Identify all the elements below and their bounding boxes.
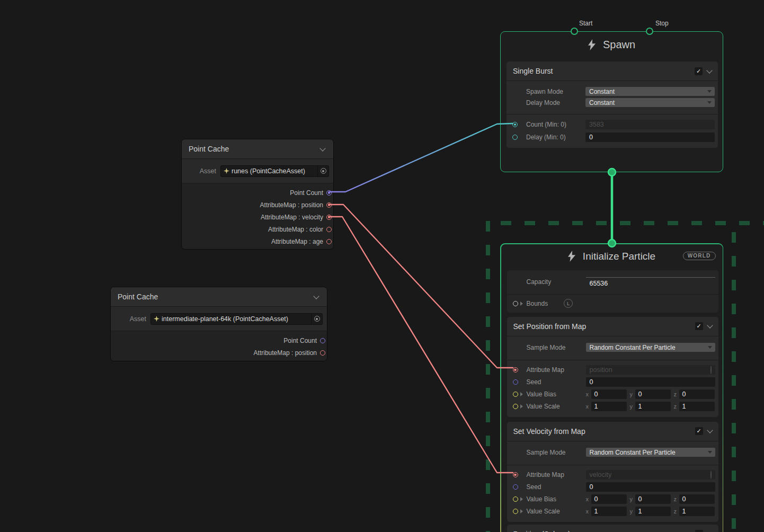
- value-bias-y-field[interactable]: 0: [635, 389, 671, 399]
- chevron-down-icon[interactable]: [706, 67, 712, 73]
- value-scale-input-port[interactable]: [513, 404, 518, 409]
- value-bias-x-field[interactable]: 0: [591, 389, 627, 399]
- value-scale-x-field[interactable]: 1: [591, 402, 627, 411]
- single-burst-header[interactable]: Single Burst ✓: [507, 61, 718, 81]
- chevron-down-icon[interactable]: [319, 145, 325, 151]
- checkmark-icon: ✓: [696, 428, 701, 434]
- expander-triangle-icon[interactable]: [520, 392, 523, 396]
- expander-triangle-icon[interactable]: [520, 497, 523, 501]
- point-cache-node-runes[interactable]: Point Cache Asset runes (PointCacheAsset…: [181, 139, 334, 250]
- point-cache-outputs: Point Count AttributeMap : position: [111, 331, 327, 361]
- attribute-map-input-port[interactable]: [513, 367, 518, 373]
- position-sphere-block[interactable]: Position (Sphere) ✓: [507, 525, 718, 532]
- set-velocity-from-map-block[interactable]: Set Velocity from Map ✓ Sample Mode Rand…: [507, 422, 718, 522]
- value-bias-y-field[interactable]: 0: [635, 494, 671, 504]
- edge-pointcount-to-count[interactable]: [330, 123, 513, 192]
- value-scale-xyz: x 1 y 1 z 1: [586, 507, 715, 516]
- output-row: Point Count: [111, 334, 327, 347]
- value-scale-y-field[interactable]: 1: [635, 402, 671, 411]
- value-scale-label: Value Scale: [527, 508, 586, 515]
- block-enabled-checkbox[interactable]: ✓: [695, 322, 703, 330]
- value-scale-y-field[interactable]: 1: [635, 507, 671, 516]
- point-count-label: Point Count: [290, 189, 323, 197]
- object-picker-button[interactable]: [317, 166, 328, 176]
- attrmap-position-output-port[interactable]: [320, 350, 325, 356]
- chevron-down-icon[interactable]: [707, 427, 713, 433]
- spawn-mode-dropdown[interactable]: Constant: [585, 87, 715, 96]
- chevron-down-icon[interactable]: [707, 322, 713, 328]
- initialize-node-title: Initialize Particle: [583, 251, 655, 262]
- expander-triangle-icon[interactable]: [520, 404, 523, 409]
- value-bias-z-field[interactable]: 0: [679, 494, 715, 504]
- local-space-icon[interactable]: L: [564, 299, 573, 308]
- single-burst-enabled-checkbox[interactable]: ✓: [695, 67, 703, 75]
- flow-port-start[interactable]: [571, 28, 578, 35]
- output-row: AttributeMap : velocity: [182, 211, 333, 223]
- attrmap-age-output-port[interactable]: [326, 239, 332, 244]
- point-count-output-port[interactable]: [326, 190, 332, 196]
- expander-triangle-icon[interactable]: [520, 509, 523, 513]
- count-field[interactable]: 3583: [585, 120, 715, 129]
- value-bias-xyz: x 0 y 0 z 0: [586, 389, 715, 399]
- point-cache-header[interactable]: Point Cache: [182, 139, 333, 159]
- seed-field[interactable]: 0: [586, 482, 715, 492]
- seed-field[interactable]: 0: [586, 377, 715, 387]
- attrmap-position-label: AttributeMap : position: [254, 349, 317, 357]
- chevron-down-icon[interactable]: [313, 293, 319, 299]
- block-enabled-checkbox[interactable]: ✓: [695, 427, 703, 435]
- attrmap-color-output-port[interactable]: [326, 227, 332, 232]
- initialize-particle-node[interactable]: Initialize Particle WORLD Capacity 65536…: [500, 243, 723, 532]
- set-position-from-map-block[interactable]: Set Position from Map ✓ Sample Mode Rand…: [507, 317, 718, 417]
- dropdown-arrow-icon: [707, 101, 712, 104]
- value-scale-z-field[interactable]: 1: [679, 402, 715, 411]
- value-scale-input-port[interactable]: [513, 509, 518, 514]
- object-picker-button[interactable]: [311, 314, 322, 324]
- count-input-port[interactable]: [512, 122, 518, 127]
- flow-port-stop[interactable]: [646, 28, 653, 35]
- chevron-down-icon[interactable]: [707, 530, 713, 532]
- attribute-map-label: Attribute Map: [527, 471, 586, 478]
- delay-field[interactable]: 0: [585, 132, 715, 142]
- seed-value: 0: [590, 378, 593, 386]
- object-picker-icon: [314, 316, 320, 322]
- delay-mode-dropdown[interactable]: Constant: [585, 98, 715, 107]
- asset-label: Asset: [200, 167, 216, 175]
- world-space-badge[interactable]: WORLD: [683, 252, 716, 260]
- axis-x-label: x: [586, 496, 590, 502]
- value-bias-input-port[interactable]: [513, 496, 518, 502]
- value-scale-x-field[interactable]: 1: [591, 507, 627, 516]
- capacity-field[interactable]: 65536: [586, 277, 715, 287]
- value-bias-row: Value Bias x 0 y 0 z 0: [507, 388, 718, 401]
- attribute-map-input-port[interactable]: [513, 472, 518, 477]
- seed-input-port[interactable]: [513, 484, 518, 490]
- spawn-node[interactable]: Start Stop Spawn Single Burst ✓ Spawn Mo…: [500, 31, 723, 172]
- asset-object-field[interactable]: runes (PointCacheAsset): [220, 165, 329, 177]
- attribute-map-field[interactable]: velocity: [586, 470, 715, 480]
- attrmap-velocity-output-port[interactable]: [326, 215, 332, 220]
- point-cache-node-planet[interactable]: Point Cache Asset intermediate-planet-64…: [110, 287, 327, 361]
- block-header[interactable]: Set Position from Map ✓: [507, 317, 718, 336]
- attrmap-age-label: AttributeMap : age: [271, 238, 323, 245]
- block-header[interactable]: Position (Sphere) ✓: [507, 525, 718, 532]
- sample-mode-dropdown[interactable]: Random Constant Per Particle: [586, 343, 715, 352]
- bounds-row: Bounds L: [507, 294, 718, 313]
- attribute-map-field[interactable]: position: [586, 365, 715, 375]
- delay-input-port[interactable]: [512, 135, 518, 140]
- block-enabled-checkbox[interactable]: ✓: [695, 530, 703, 532]
- context-settings-panel: Capacity 65536 Bounds L: [507, 270, 718, 313]
- seed-input-port[interactable]: [513, 379, 518, 385]
- value-bias-input-port[interactable]: [513, 392, 518, 397]
- sample-mode-dropdown[interactable]: Random Constant Per Particle: [586, 448, 715, 457]
- value-bias-x-field[interactable]: 0: [591, 494, 627, 504]
- block-header[interactable]: Set Velocity from Map ✓: [507, 422, 718, 441]
- point-cache-header[interactable]: Point Cache: [111, 287, 327, 307]
- vfx-graph-canvas[interactable]: Start Stop Spawn Single Burst ✓ Spawn Mo…: [0, 0, 764, 532]
- single-burst-block[interactable]: Single Burst ✓ Spawn Mode Constant Delay…: [507, 61, 718, 148]
- bounds-input-port[interactable]: [513, 301, 518, 306]
- value-bias-z-field[interactable]: 0: [679, 389, 715, 399]
- attrmap-position-output-port[interactable]: [326, 202, 332, 208]
- value-scale-z-field[interactable]: 1: [679, 507, 715, 516]
- asset-object-field[interactable]: intermediate-planet-64k (PointCacheAsset…: [150, 313, 323, 325]
- expander-triangle-icon[interactable]: [520, 302, 523, 306]
- point-count-output-port[interactable]: [320, 338, 325, 343]
